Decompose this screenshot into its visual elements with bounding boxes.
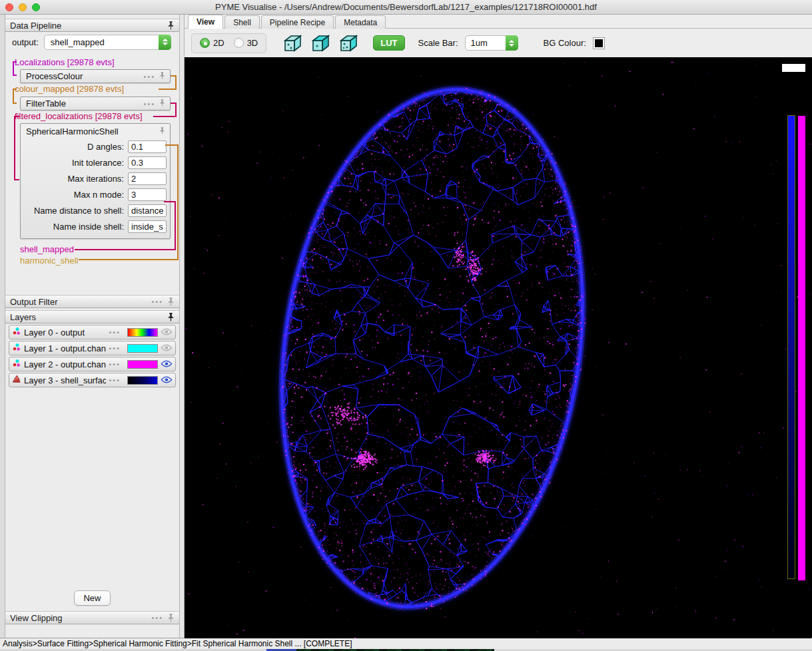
node-label-colour-mapped: colour_mapped [29878 evts] — [15, 84, 124, 94]
layer-row-3[interactable]: Layer 3 - shell_surface ••• — [9, 373, 176, 387]
view-canvas[interactable] — [185, 57, 811, 638]
points-layer-icon — [12, 326, 21, 338]
wire-colour-mapped — [171, 75, 177, 90]
module-title: FilterTable — [26, 99, 66, 108]
output-filter-title: Output Filter — [10, 297, 58, 307]
data-pipeline-header[interactable]: Data Pipeline — [5, 19, 179, 32]
layer-label: Layer 0 - output — [24, 327, 106, 337]
visibility-eye-icon[interactable] — [161, 374, 173, 386]
output-selector-row: output: shell_mapped — [5, 32, 179, 52]
layer-label: Layer 1 - output.chan0 — [24, 343, 106, 353]
layer-menu-icon[interactable]: ••• — [109, 328, 121, 336]
param-input-name-distance[interactable]: distance — [128, 204, 167, 217]
view-clipping-header[interactable]: View Clipping ••• — [5, 611, 179, 624]
points-layer-icon — [12, 342, 21, 354]
tab-view[interactable]: View — [188, 15, 223, 29]
radio-3d-label: 3D — [247, 38, 258, 48]
pin-icon[interactable] — [159, 72, 167, 81]
output-label: output: — [12, 37, 39, 47]
tab-pipeline-recipe[interactable]: Pipeline Recipe — [261, 15, 334, 29]
wire-harmonic-shell — [165, 144, 179, 146]
panel-menu-icon[interactable]: ••• — [151, 298, 163, 306]
param-label: Max iterations: — [24, 174, 128, 184]
panel-menu-icon[interactable]: ••• — [151, 614, 163, 622]
lut-button[interactable]: LUT — [373, 35, 404, 51]
pin-icon[interactable] — [159, 127, 167, 136]
viewport[interactable] — [185, 57, 812, 638]
layer-colormap-swatch[interactable] — [127, 344, 158, 353]
panel-splitter[interactable] — [180, 15, 185, 638]
bg-colour-swatch[interactable] — [593, 37, 605, 49]
layer-menu-icon[interactable]: ••• — [109, 344, 121, 352]
close-button[interactable] — [5, 3, 13, 11]
scale-bar-value: 1um — [466, 38, 506, 48]
module-menu-icon[interactable]: ••• — [143, 100, 155, 108]
layer-menu-icon[interactable]: ••• — [109, 360, 121, 368]
wire-shell-mapped — [75, 249, 176, 250]
sidebar: Data Pipeline output: shell_mapped Local… — [5, 15, 180, 638]
pin-icon[interactable] — [167, 298, 175, 306]
param-label: Init tolerance: — [24, 158, 128, 168]
view-cube-wireframe-icon[interactable] — [282, 34, 302, 53]
layer-colormap-swatch[interactable] — [127, 328, 158, 337]
pin-icon[interactable] — [167, 21, 175, 30]
radio-2d[interactable]: 2D — [200, 38, 224, 48]
radio-selected-icon — [200, 38, 210, 48]
param-label: Max n mode: — [24, 190, 128, 200]
data-pipeline-title: Data Pipeline — [10, 21, 61, 31]
view-cube-solid-icon[interactable] — [310, 34, 330, 53]
minimize-button[interactable] — [19, 3, 27, 11]
output-dropdown[interactable]: shell_mapped — [44, 35, 171, 50]
visibility-eye-icon[interactable] — [161, 326, 173, 338]
node-label-filtered-localizations: filtered_localizations [29878 evts] — [15, 111, 143, 121]
layer-row-2[interactable]: Layer 2 - output.chan1 ••• — [9, 357, 176, 371]
wire-filtered — [171, 103, 177, 117]
tab-metadata[interactable]: Metadata — [335, 15, 386, 29]
layer-row-1[interactable]: Layer 1 - output.chan0 ••• — [9, 341, 176, 355]
pipeline-graph: Localizations [29878 evts] ProcessColour… — [5, 57, 179, 295]
output-dropdown-value: shell_mapped — [45, 37, 159, 47]
bg-colour-value — [595, 39, 603, 47]
layer-menu-icon[interactable]: ••• — [109, 376, 121, 384]
param-input-init-tolerance[interactable]: 0.3 — [128, 156, 167, 169]
param-input-max-iterations[interactable]: 2 — [128, 172, 167, 185]
param-input-max-n-mode[interactable]: 3 — [128, 188, 167, 201]
scale-bar-label: Scale Bar: — [418, 38, 458, 48]
wire-localizations — [13, 61, 17, 76]
titlebar: PYME Visualise - /Users/Andrew/Documents… — [0, 0, 812, 15]
wire-colour-mapped — [13, 89, 17, 104]
layer-colormap-swatch[interactable] — [127, 360, 158, 369]
param-input-name-inside[interactable]: inside_s — [128, 220, 167, 233]
view-toolbar: 2D 3D LUT Scale Bar: 1um BG Colour: — [185, 29, 812, 57]
new-layer-button[interactable]: New — [74, 590, 110, 606]
module-filter-table[interactable]: FilterTable ••• — [20, 97, 171, 110]
param-label: D angles: — [24, 142, 128, 152]
module-menu-icon[interactable]: ••• — [143, 73, 155, 81]
view-clipping-title: View Clipping — [10, 613, 63, 623]
pin-icon[interactable] — [159, 99, 167, 108]
layers-title: Layers — [10, 312, 36, 322]
view-cube-points-icon[interactable] — [338, 34, 358, 53]
pin-icon[interactable] — [167, 313, 175, 322]
zoom-button[interactable] — [32, 3, 40, 11]
visibility-eye-icon[interactable] — [161, 358, 173, 370]
param-input-d-angles[interactable]: 0.1 — [128, 140, 167, 153]
module-process-colour[interactable]: ProcessColour ••• — [20, 69, 171, 83]
scale-bar-dropdown[interactable]: 1um — [465, 35, 518, 51]
tab-bar: View Shell Pipeline Recipe Metadata — [185, 15, 812, 29]
layer-colormap-swatch[interactable] — [127, 376, 158, 385]
output-filter-header[interactable]: Output Filter ••• — [5, 295, 179, 308]
layer-row-0[interactable]: Layer 0 - output ••• — [9, 325, 176, 339]
window-title: PYME Visualise - /Users/Andrew/Documents… — [0, 2, 812, 12]
layers-header[interactable]: Layers — [5, 310, 179, 324]
dropdown-stepper-icon — [159, 35, 171, 50]
wire-filtered — [153, 116, 177, 117]
tab-shell[interactable]: Shell — [224, 15, 260, 29]
module-title: ProcessColour — [26, 71, 83, 81]
visibility-eye-icon[interactable] — [161, 342, 173, 354]
wire-harmonic-shell — [177, 144, 179, 260]
pin-icon[interactable] — [167, 614, 175, 622]
radio-3d[interactable]: 3D — [234, 38, 258, 48]
wire-colour-mapped — [159, 89, 177, 90]
module-spherical-harmonic-shell[interactable]: SphericalHarmonicShell D angles:0.1 Init… — [20, 123, 171, 239]
